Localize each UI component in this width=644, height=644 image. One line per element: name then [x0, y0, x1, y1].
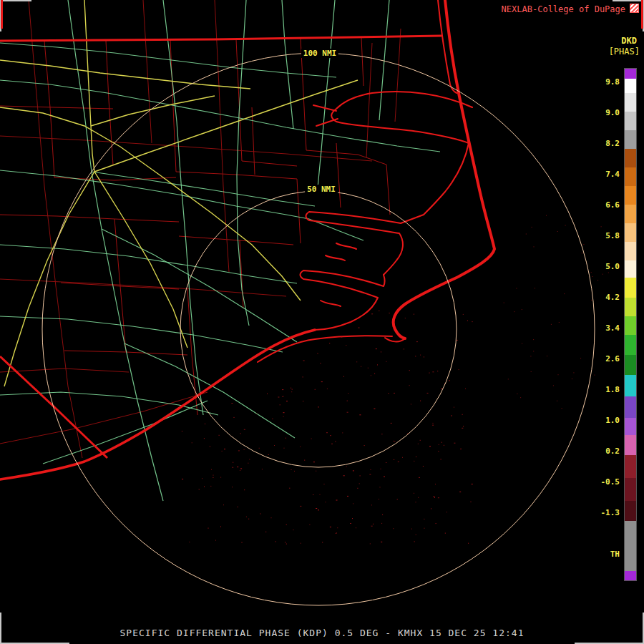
colorbar-tick: -1.3 — [601, 508, 620, 517]
radar-speckles — [182, 215, 609, 545]
product-units: [PHAS] — [609, 47, 640, 57]
colorbar-tick: 2.6 — [605, 354, 620, 364]
radar-display: 100 NMI 50 NMI NEXLAB-College of DuPage … — [0, 0, 644, 644]
colorbar-tick: 9.8 — [605, 77, 620, 87]
road-network-yellow — [0, 0, 358, 386]
colorbar-tick: 0.2 — [605, 447, 620, 456]
state-borders — [0, 36, 441, 458]
range-ring-label-100nmi: 100 NMI — [301, 49, 338, 58]
colorbar-tick: 9.0 — [605, 108, 620, 117]
edge-tick-left — [1, 0, 3, 29]
colorbar-tick: 4.2 — [605, 293, 620, 302]
source-label: NEXLAB-College of DuPage — [502, 4, 625, 14]
colorbar-tick: 6.6 — [605, 200, 620, 210]
colorbar-tick: 1.8 — [605, 385, 620, 394]
colorbar-tick: TH — [610, 550, 620, 559]
product-code: DKD — [621, 36, 637, 46]
colorbar-tick: 8.2 — [605, 139, 620, 148]
colorbar-gradient — [624, 68, 637, 581]
colorbar-tick: 7.4 — [605, 170, 620, 179]
edge-tick-right — [641, 0, 643, 29]
range-ring-label-50nmi: 50 NMI — [305, 185, 338, 194]
colorbar-tick: -0.5 — [601, 477, 620, 487]
colorbar-tick: 5.8 — [605, 231, 620, 240]
cod-logo-icon — [630, 4, 639, 13]
county-lines — [0, 0, 401, 458]
radar-map — [0, 0, 644, 644]
colorbar-tick: 1.0 — [605, 416, 620, 425]
product-caption: SPECIFIC DIFFERENTIAL PHASE (KDP) 0.5 DE… — [0, 628, 644, 638]
colorbar-tick: 3.4 — [605, 323, 620, 333]
colorbar-tick: 5.0 — [605, 262, 620, 271]
